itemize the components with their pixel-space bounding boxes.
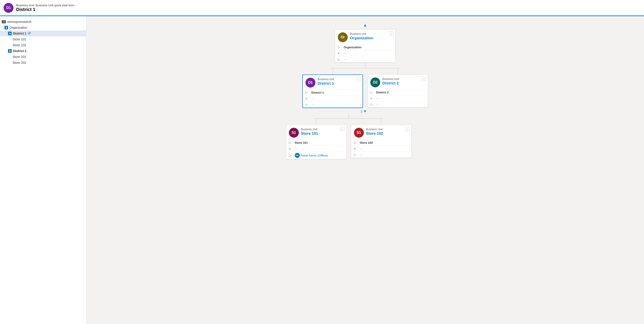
root-label: storeopsresearch [7,20,32,24]
org-card-type-s101: Business Unit [301,128,344,131]
tree-item-store201[interactable]: Store 201 [0,54,86,60]
org-card-info-org: Business Unit Organization [350,32,392,41]
row-icon-s101-3: ▷ [289,154,293,157]
org-card-row2-d2: ≡ --- [368,95,428,101]
d1-icon: ▮ [8,32,12,35]
branch-line-d1 [333,68,333,75]
row-icon-1: ▷ [338,45,342,49]
branch-line-s101 [316,119,316,125]
branch-line-d2 [398,68,398,75]
tree-item-organization[interactable]: ▮ Organization [0,25,86,31]
d1-row1-val: District 1 [311,91,324,94]
form-selector[interactable]: Business Unit: Business Unit quick view … [16,4,77,7]
branch-store102: – S1 Business Unit Store 102 ▷ Store 102 [351,119,412,158]
tree-item-store102[interactable]: Store 102 [0,42,86,48]
org-card-name-org[interactable]: Organization [350,36,392,41]
org-card-district2: – D2 Business Unit District 2 ▷ District… [368,75,428,108]
org-avatar-s102: S1 [354,128,364,138]
expand-btn-org[interactable]: – [390,32,394,36]
count-badge-area: 2 ▼ [299,108,431,114]
expand-btn-d1[interactable]: – [357,77,361,81]
row-icon-d1-3: ▷ [306,103,310,106]
org-card-header-org: Or Business Unit Organization [335,30,395,44]
org-card-header-d1: D1 Business Unit District 1 [303,75,362,89]
header-avatar: D1 [4,3,14,13]
org-row1-val: Organization [344,46,361,49]
org-card-type-d2: Business Unit [382,78,425,81]
row-icon-s102-2: ≡ [354,147,358,150]
branch-district1: – D1 Business Unit District 1 ▷ District… [302,68,363,108]
org-card-row3-s102: ▷ --- [351,152,412,158]
scroll-up-arrow[interactable]: ▲ [363,23,367,28]
main-layout: ☷ storeopsresearch ▮ Organization ▮ Dist… [0,16,644,324]
left-panel: ☷ storeopsresearch ▮ Organization ▮ Dist… [0,16,86,324]
store101-label: Store 101 [12,38,26,41]
org-row-stores: – S1 Business Unit Store 101 ▷ Store 101 [286,119,412,159]
org-avatar-s101: S1 [289,128,299,138]
tree-item-district1[interactable]: ▮ District 1 🗗 [0,31,86,36]
org-card-name-d2[interactable]: District 2 [382,81,425,86]
tree-item-store101[interactable]: Store 101 [0,36,86,42]
org-card-info-d2: Business Unit District 2 [382,78,425,86]
org-card-info-s102: Business Unit Store 102 [366,128,409,136]
retail-admin-label: Retail Admin (Offline) [300,154,328,157]
store202-label: Store 202 [12,61,26,65]
org-icon: ▮ [4,26,8,30]
tree-root: ☷ storeopsresearch ▮ Organization ▮ Dist… [0,16,86,68]
s101-row2-val: --- [295,147,298,150]
org-row3-val: --- [344,58,346,61]
s102-row1-val: Store 102 [360,141,373,144]
store201-label: Store 201 [12,55,26,59]
tree-item-root[interactable]: ☷ storeopsresearch [0,19,86,25]
store102-label: Store 102 [12,43,26,47]
org-label: Organization [10,26,27,30]
org-card-header-s102: S1 Business Unit Store 102 [351,125,412,139]
row-icon-s101-2: ≡ [289,147,293,150]
org-card-row3-org: ▷ --- [335,56,395,62]
row-icon-s101-1: ▷ [289,141,293,144]
tree-item-store202[interactable]: Store 202 [0,60,86,66]
d2-label: District 2 [13,49,26,53]
header-info: Business Unit: Business Unit quick view … [16,4,77,12]
d1-label: District 1 [13,32,26,35]
right-panel: ▲ – Or Business Unit Organization ▷ Orga… [86,16,644,324]
expand-btn-s102[interactable]: – [406,127,410,131]
org-card-info-d1: Business Unit District 1 [318,78,360,86]
org-avatar-d2: D2 [370,78,380,87]
branch-store101: – S1 Business Unit Store 101 ▷ Store 101 [286,119,346,159]
connector-org-to-districts [330,62,400,68]
org-card-info-s101: Business Unit Store 101 [301,128,344,136]
row-icon-d1-2: ≡ [306,97,310,100]
s102-row3-val: --- [360,153,363,157]
row-icon-3: ▷ [338,58,342,61]
org-card-store101: – S1 Business Unit Store 101 ▷ Store 101 [286,125,346,159]
org-card-name-s101[interactable]: Store 101 [301,131,344,136]
d2-row3-val: --- [376,103,379,106]
retail-admin-avatar: RA [295,153,300,158]
top-header: D1 Business Unit: Business Unit quick vi… [0,0,644,16]
count-badge-wrapper: 2 ▼ [361,109,367,114]
tree-item-district2[interactable]: ▮ District 2 [0,48,86,54]
org-card-row2-s101: ≡ --- [286,146,346,152]
expand-btn-d2[interactable]: – [422,77,426,81]
org-card-name-d1[interactable]: District 1 [318,81,360,86]
s102-row2-val: --- [360,147,363,150]
row-icon-d2-1: ▷ [370,91,374,94]
count-chevron-icon[interactable]: ▼ [363,109,367,113]
grid-icon: ☷ [2,20,6,23]
form-selector-label: Business Unit: Business Unit quick view … [16,4,74,7]
d2-row1-val: District 2 [376,91,389,94]
org-card-district1: – D1 Business Unit District 1 ▷ District… [302,75,363,108]
d1-row2-val: --- [311,97,314,100]
expand-btn-s101[interactable]: – [340,127,344,131]
connector-d1-to-stores [314,114,384,119]
branch-line-s102 [381,119,381,125]
org-card-type-s102: Business Unit [366,128,409,131]
org-level-top: – Or Business Unit Organization ▷ Organi… [335,30,396,62]
org-card-row3-d2: ▷ --- [368,101,428,107]
header-title: District 1 [16,7,77,12]
org-card-name-s102[interactable]: Store 102 [366,131,409,136]
org-card-row2-d1: ≡ --- [303,95,362,102]
external-link-icon[interactable]: 🗗 [28,32,31,35]
row-icon-d1-1: ▷ [306,91,310,94]
